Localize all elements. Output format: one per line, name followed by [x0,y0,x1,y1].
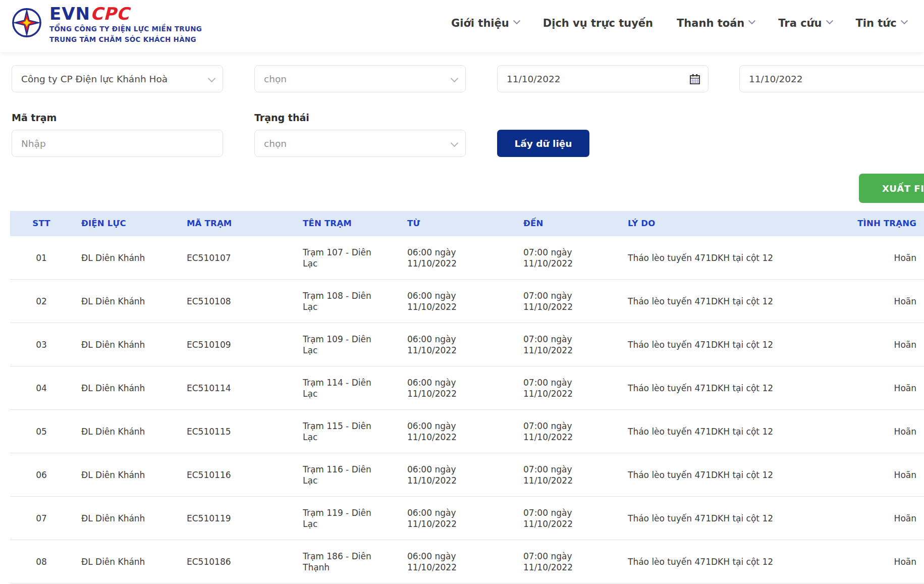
cell-ma-tram: EC510186 [187,556,283,567]
logo-evn: EVN [49,4,90,24]
cell-den: 07:00 ngày 11/10/2022 [523,463,587,486]
station-code-placeholder: Nhập [21,138,46,149]
cell-ten-tram: Trạm 107 - Diên Lạc [303,246,378,269]
cell-tu: 06:00 ngày 11/10/2022 [407,507,471,529]
col-header-tinh-trang: TÌNH TRẠNG [828,218,916,229]
cell-tinh-trang: Hoãn [828,252,916,263]
cell-den: 07:00 ngày 11/10/2022 [523,420,587,442]
cell-tinh-trang: Hoãn [828,512,916,523]
nav-item-tra-cuu[interactable]: Tra cứu [778,17,832,29]
chevron-down-icon [901,17,908,24]
cell-dien-luc: ĐL Diên Khánh [81,512,187,523]
cell-tu: 06:00 ngày 11/10/2022 [407,550,471,572]
nav-item-dich-vu-truc-tuyen[interactable]: Dịch vụ trực tuyến [543,17,653,29]
cell-den: 07:00 ngày 11/10/2022 [523,290,587,312]
nav-item-gioi-thieu[interactable]: Giới thiệu [451,17,519,29]
cell-tinh-trang: Hoãn [828,295,916,306]
nav-label: Dịch vụ trực tuyến [543,17,653,29]
nav-item-thanh-toan[interactable]: Thanh toán [677,17,754,29]
status-select-placeholder: chọn [264,138,287,149]
cell-dien-luc: ĐL Diên Khánh [81,469,187,480]
calendar-icon[interactable] [689,73,701,85]
cell-stt: 04 [26,382,57,393]
logo-text: EVNCPC TỔNG CÔNG TY ĐIỆN LỰC MIỀN TRUNG … [49,4,202,45]
date-from-value: 11/10/2022 [507,74,561,84]
evncpc-logo[interactable]: EVNCPC TỔNG CÔNG TY ĐIỆN LỰC MIỀN TRUNG … [11,4,202,45]
company-select-value: Công ty CP Điện lực Khánh Hoà [21,74,168,84]
station-code-label: Mã trạm [12,112,57,123]
cell-ma-tram: EC510109 [187,339,283,350]
cell-ten-tram: Trạm 186 - Diên Thạnh [303,550,378,572]
cell-tinh-trang: Hoãn [828,469,916,480]
export-file-button[interactable]: XUẤT FILE [859,174,924,203]
cell-den: 07:00 ngày 11/10/2022 [523,550,587,572]
cell-ten-tram: Trạm 116 - Diên Lạc [303,463,378,486]
cell-ma-tram: EC510107 [187,252,283,263]
table-row: 01 ĐL Diên Khánh EC510107 Trạm 107 - Diê… [10,236,924,280]
cell-stt: 01 [26,252,57,263]
nav-label: Thanh toán [677,17,744,29]
cell-ten-tram: Trạm 108 - Diên Lạc [303,290,378,312]
nav-label: Tin tức [856,17,897,29]
table-row: 04 ĐL Diên Khánh EC510114 Trạm 114 - Diê… [10,366,924,410]
cell-den: 07:00 ngày 11/10/2022 [523,377,587,399]
col-header-den: ĐẾN [523,218,587,229]
col-header-ten-tram: TÊN TRẠM [303,218,378,229]
region-select[interactable]: chọn [254,65,466,92]
cell-dien-luc: ĐL Diên Khánh [81,295,187,306]
cell-ma-tram: EC510119 [187,512,283,523]
cell-dien-luc: ĐL Diên Khánh [81,252,187,263]
cell-ma-tram: EC510114 [187,382,283,393]
table-row: 02 ĐL Diên Khánh EC510108 Trạm 108 - Diê… [10,280,924,323]
col-header-ma-tram: MÃ TRẠM [187,218,283,229]
cell-tu: 06:00 ngày 11/10/2022 [407,246,471,269]
cell-tinh-trang: Hoãn [828,556,916,567]
cell-dien-luc: ĐL Diên Khánh [81,556,187,567]
cell-den: 07:00 ngày 11/10/2022 [523,246,587,269]
cell-ten-tram: Trạm 109 - Diên Lạc [303,333,378,355]
cell-ten-tram: Trạm 119 - Diên Lạc [303,507,378,529]
cell-ten-tram: Trạm 114 - Diên Lạc [303,377,378,399]
cell-ma-tram: EC510115 [187,426,283,437]
chevron-down-icon [208,75,216,83]
status-label: Trạng thái [254,112,309,123]
top-header: EVNCPC TỔNG CÔNG TY ĐIỆN LỰC MIỀN TRUNG … [0,0,924,52]
cell-tu: 06:00 ngày 11/10/2022 [407,377,471,399]
chevron-down-icon [451,139,459,147]
table-header-row: STT ĐIỆN LỰC MÃ TRẠM TÊN TRẠM TỪ ĐẾN LÝ … [10,211,924,236]
cell-tinh-trang: Hoãn [828,339,916,350]
cell-den: 07:00 ngày 11/10/2022 [523,333,587,355]
table-row: 07 ĐL Diên Khánh EC510119 Trạm 119 - Diê… [10,497,924,540]
logo-subtitle-2: TRUNG TÂM CHĂM SÓC KHÁCH HÀNG [49,34,202,45]
station-code-input[interactable]: Nhập [12,130,223,157]
status-select[interactable]: chọn [254,130,466,157]
cell-stt: 02 [26,295,57,306]
col-header-stt: STT [26,218,57,229]
chevron-down-icon [748,17,755,24]
cell-dien-luc: ĐL Diên Khánh [81,426,187,437]
region-select-placeholder: chọn [264,74,287,84]
main-nav: Giới thiệu Dịch vụ trực tuyến Thanh toán… [451,17,924,29]
nav-item-tin-tuc[interactable]: Tin tức [856,17,907,29]
table-body: 01 ĐL Diên Khánh EC510107 Trạm 107 - Diê… [10,236,924,583]
cell-den: 07:00 ngày 11/10/2022 [523,507,587,529]
cell-tinh-trang: Hoãn [828,382,916,393]
col-header-dien-luc: ĐIỆN LỰC [81,218,187,229]
get-data-button[interactable]: Lấy dữ liệu [497,130,589,157]
evn-star-icon [11,7,42,38]
company-select[interactable]: Công ty CP Điện lực Khánh Hoà [12,65,223,92]
cell-stt: 08 [26,556,57,567]
date-to-value: 11/10/2022 [749,74,803,84]
cell-ten-tram: Trạm 115 - Diên Lạc [303,420,378,442]
cell-stt: 06 [26,469,57,480]
table-row: 03 ĐL Diên Khánh EC510109 Trạm 109 - Diê… [10,323,924,366]
date-to-input[interactable]: 11/10/2022 [739,65,924,92]
page: EVNCPC TỔNG CÔNG TY ĐIỆN LỰC MIỀN TRUNG … [0,0,924,584]
cell-stt: 05 [26,426,57,437]
cell-dien-luc: ĐL Diên Khánh [81,339,187,350]
logo-subtitle-1: TỔNG CÔNG TY ĐIỆN LỰC MIỀN TRUNG [49,24,202,34]
chevron-down-icon [826,17,833,24]
table-row: 08 ĐL Diên Khánh EC510186 Trạm 186 - Diê… [10,540,924,583]
col-header-tu: TỪ [407,218,471,229]
date-from-input[interactable]: 11/10/2022 [497,65,709,92]
